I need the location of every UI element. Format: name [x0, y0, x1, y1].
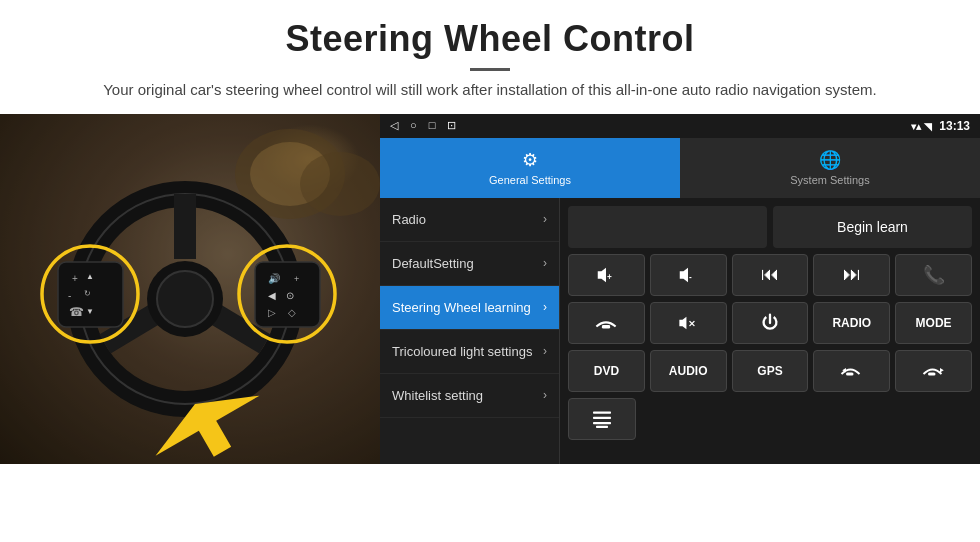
controls-row3: DVD AUDIO GPS [568, 350, 972, 392]
home-icon[interactable]: ○ [410, 119, 417, 132]
chevron-icon: › [543, 212, 547, 226]
system-settings-icon: 🌐 [819, 149, 841, 171]
svg-text:+: + [72, 273, 78, 284]
prev-track-icon: ⏮ [761, 264, 779, 285]
menu-icon-button[interactable] [568, 398, 636, 440]
gps-button[interactable]: GPS [732, 350, 809, 392]
menu-icon [590, 407, 614, 431]
menu-item-default[interactable]: DefaultSetting › [380, 242, 559, 286]
tab-general-settings[interactable]: ⚙ General Settings [380, 138, 680, 198]
car-image-section: + ▲ - ↻ ☎ ▼ 🔊 + ◀ ⊙ ▷ ◇ [0, 114, 380, 464]
right-controls: Begin learn + - [560, 198, 980, 464]
svg-point-3 [300, 152, 380, 216]
svg-text:▼: ▼ [86, 307, 94, 316]
volume-up-button[interactable]: + [568, 254, 645, 296]
power-button[interactable] [732, 302, 809, 344]
dvd-button[interactable]: DVD [568, 350, 645, 392]
menu-radio-label: Radio [392, 212, 426, 227]
menu-item-whitelist[interactable]: Whitelist setting › [380, 374, 559, 418]
svg-marker-33 [680, 316, 687, 329]
volume-down-button[interactable]: - [650, 254, 727, 296]
tab-system-label: System Settings [790, 174, 869, 186]
mute-button[interactable]: ✕ [650, 302, 727, 344]
menu-item-radio[interactable]: Radio › [380, 198, 559, 242]
gps-label: GPS [757, 364, 782, 378]
radio-button[interactable]: RADIO [813, 302, 890, 344]
tab-bar: ⚙ General Settings 🌐 System Settings [380, 138, 980, 198]
phone-prev-button[interactable] [813, 350, 890, 392]
controls-row2: ✕ RADIO MODE [568, 302, 972, 344]
svg-text:▷: ▷ [268, 307, 276, 318]
title-divider [470, 68, 510, 71]
menu-item-tricoloured[interactable]: Tricoloured light settings › [380, 330, 559, 374]
mode-button[interactable]: MODE [895, 302, 972, 344]
chevron-icon: › [543, 300, 547, 314]
svg-marker-30 [680, 267, 688, 282]
chevron-icon: › [543, 256, 547, 270]
clock: 13:13 [939, 119, 970, 133]
phone-next-button[interactable] [895, 350, 972, 392]
audio-label: AUDIO [669, 364, 708, 378]
svg-text:☎: ☎ [69, 305, 84, 319]
chevron-icon: › [543, 344, 547, 358]
wifi-signal-icon: ▾▴ ◥ [911, 121, 932, 132]
steering-wheel-background: + ▲ - ↻ ☎ ▼ 🔊 + ◀ ⊙ ▷ ◇ [0, 114, 380, 464]
answer-phone-button[interactable]: 📞 [895, 254, 972, 296]
svg-marker-28 [598, 267, 606, 282]
general-settings-icon: ⚙ [522, 149, 538, 171]
svg-text:⊙: ⊙ [286, 290, 294, 301]
controls-row4 [568, 398, 972, 440]
content-row: + ▲ - ↻ ☎ ▼ 🔊 + ◀ ⊙ ▷ ◇ [0, 114, 980, 464]
svg-text:▲: ▲ [86, 272, 94, 281]
svg-rect-40 [593, 416, 611, 418]
svg-point-10 [157, 271, 213, 327]
svg-text:🔊: 🔊 [268, 272, 281, 285]
svg-rect-32 [602, 325, 610, 328]
prev-track-button[interactable]: ⏮ [732, 254, 809, 296]
next-track-button[interactable]: ⏭ [813, 254, 890, 296]
svg-marker-38 [940, 368, 944, 373]
svg-text:+: + [607, 272, 612, 281]
page-title: Steering Wheel Control [40, 18, 940, 60]
dvd-label: DVD [594, 364, 619, 378]
back-icon[interactable]: ◁ [390, 119, 398, 132]
steering-wheel-svg: + ▲ - ↻ ☎ ▼ 🔊 + ◀ ⊙ ▷ ◇ [0, 114, 380, 464]
tab-general-label: General Settings [489, 174, 571, 186]
main-panel: Radio › DefaultSetting › Steering Wheel … [380, 198, 980, 464]
svg-rect-37 [928, 372, 936, 375]
menu-item-steering[interactable]: Steering Wheel learning › [380, 286, 559, 330]
status-time-area: ▾▴ ◥ 13:13 [911, 119, 970, 133]
svg-text:◀: ◀ [268, 290, 276, 301]
cast-icon[interactable]: ⊡ [447, 119, 456, 132]
head-unit: ◁ ○ □ ⊡ ▾▴ ◥ 13:13 ⚙ General Settings 🌐 … [380, 114, 980, 464]
svg-rect-35 [846, 372, 854, 375]
controls-row1: + - ⏮ ⏭ [568, 254, 972, 296]
status-icons: ◁ ○ □ ⊡ [390, 119, 456, 132]
phone-answer-icon: 📞 [923, 264, 945, 286]
begin-learn-row: Begin learn [568, 206, 972, 248]
mode-label: MODE [916, 316, 952, 330]
svg-text:-: - [689, 272, 692, 281]
svg-text:+: + [294, 274, 299, 284]
svg-text:◇: ◇ [288, 307, 296, 318]
svg-rect-42 [596, 425, 608, 427]
square-icon[interactable]: □ [429, 119, 436, 132]
svg-rect-41 [593, 422, 611, 424]
radio-label: RADIO [832, 316, 871, 330]
status-bar: ◁ ○ □ ⊡ ▾▴ ◥ 13:13 [380, 114, 980, 138]
empty-input-box [568, 206, 767, 248]
audio-button[interactable]: AUDIO [650, 350, 727, 392]
next-track-icon: ⏭ [843, 264, 861, 285]
menu-tricoloured-label: Tricoloured light settings [392, 344, 532, 359]
svg-text:-: - [68, 290, 71, 301]
left-menu: Radio › DefaultSetting › Steering Wheel … [380, 198, 560, 464]
subtitle: Your original car's steering wheel contr… [40, 79, 940, 102]
menu-steering-label: Steering Wheel learning [392, 300, 531, 315]
svg-text:↻: ↻ [84, 289, 91, 298]
begin-learn-button[interactable]: Begin learn [773, 206, 972, 248]
hang-up-button[interactable] [568, 302, 645, 344]
menu-whitelist-label: Whitelist setting [392, 388, 483, 403]
top-section: Steering Wheel Control Your original car… [0, 0, 980, 114]
menu-default-label: DefaultSetting [392, 256, 474, 271]
tab-system-settings[interactable]: 🌐 System Settings [680, 138, 980, 198]
